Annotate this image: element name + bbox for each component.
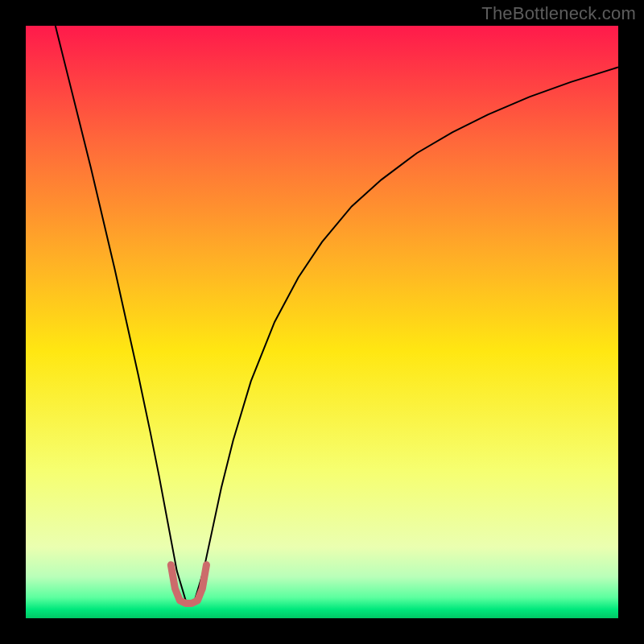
chart-container: TheBottleneck.com <box>0 0 644 644</box>
plot-area <box>26 26 618 618</box>
watermark-text: TheBottleneck.com <box>481 3 636 24</box>
chart-background <box>26 26 618 618</box>
chart-svg <box>26 26 618 618</box>
